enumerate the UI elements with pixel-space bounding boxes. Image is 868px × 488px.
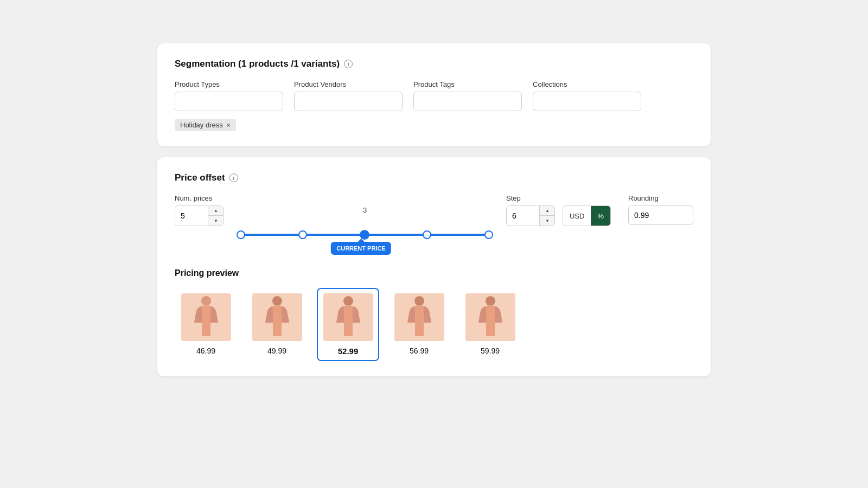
segmentation-info-icon[interactable]: i (344, 60, 353, 68)
price-offset-card: Price offset i Num. prices ▲ ▼ 3 (157, 157, 711, 376)
slider-track: CURRENT PRICE (241, 234, 489, 236)
collections-input[interactable] (533, 92, 641, 111)
segmentation-title-text: Segmentation (1 products /1 variants) (175, 59, 340, 69)
segmentation-card: Segmentation (1 products /1 variants) i … (157, 43, 711, 146)
price-offset-info-icon[interactable]: i (229, 174, 238, 182)
product-card-0[interactable]: 46.99 (175, 288, 237, 361)
product-image-1 (252, 293, 302, 341)
dress-svg-0 (190, 296, 222, 339)
price-offset-title: Price offset i (175, 172, 693, 183)
product-vendors-group: Product Vendors (294, 80, 403, 111)
product-image-0 (181, 293, 231, 341)
product-types-label: Product Types (175, 80, 283, 88)
slider-dot-2[interactable]: CURRENT PRICE (360, 230, 369, 240)
product-cards-row: 46.99 49.99 (175, 288, 693, 361)
slider-dot-0[interactable] (237, 230, 245, 239)
num-prices-decrement[interactable]: ▼ (208, 216, 224, 226)
rounding-input[interactable] (628, 206, 693, 225)
num-prices-label: Num. prices (175, 194, 224, 202)
step-input[interactable] (507, 206, 539, 226)
currency-toggle: USD % (563, 206, 611, 226)
num-prices-increment[interactable]: ▲ (208, 206, 224, 216)
slider-active-label: 3 (241, 206, 489, 214)
dress-svg-3 (403, 296, 436, 339)
product-tags-input[interactable] (413, 92, 522, 111)
product-types-input[interactable] (175, 92, 283, 111)
step-decrement[interactable]: ▼ (540, 216, 555, 226)
dress-svg-1 (261, 296, 293, 339)
segmentation-fields: Product Types Product Vendors Product Ta… (175, 80, 693, 111)
page-container: Segmentation (1 products /1 variants) i … (157, 43, 711, 376)
product-price-0: 46.99 (196, 346, 215, 355)
slider-dot-3[interactable] (423, 230, 431, 239)
product-vendors-input[interactable] (294, 92, 403, 111)
step-spinner-buttons: ▲ ▼ (539, 206, 555, 226)
price-offset-title-text: Price offset (175, 172, 225, 183)
step-label: Step (506, 194, 611, 202)
num-prices-input[interactable] (175, 206, 208, 226)
slider-dot-1[interactable] (298, 230, 307, 239)
product-image-3 (394, 293, 444, 341)
num-prices-spinner: ▲ ▼ (175, 206, 224, 226)
percent-button[interactable]: % (591, 206, 610, 226)
step-group: Step ▲ ▼ USD % (506, 194, 611, 226)
usd-button[interactable]: USD (563, 206, 591, 226)
step-spinner: ▲ ▼ (506, 206, 555, 226)
product-price-3: 56.99 (410, 346, 429, 355)
product-image-4 (465, 293, 515, 341)
tag-label: Holiday dress (180, 121, 223, 129)
slider-section: 3 CURRENT PRICE (241, 194, 489, 251)
slider-dot-4[interactable] (484, 230, 493, 239)
price-offset-grid: Num. prices ▲ ▼ 3 (175, 194, 693, 251)
product-card-1[interactable]: 49.99 (246, 288, 308, 361)
rounding-group: Rounding (628, 194, 693, 225)
tag-remove-button[interactable]: × (226, 121, 231, 129)
spinner-buttons: ▲ ▼ (208, 206, 224, 226)
product-card-4[interactable]: 59.99 (459, 288, 521, 361)
product-vendors-label: Product Vendors (294, 80, 403, 88)
collections-group: Collections (533, 80, 641, 111)
product-price-1: 49.99 (267, 346, 286, 355)
svg-point-2 (272, 296, 282, 306)
product-price-4: 59.99 (481, 346, 500, 355)
pricing-preview-title: Pricing preview (175, 268, 693, 278)
segmentation-title: Segmentation (1 products /1 variants) i (175, 59, 693, 69)
rounding-label: Rounding (628, 194, 693, 202)
product-price-2: 52.99 (338, 346, 359, 356)
product-tags-group: Product Tags (413, 80, 522, 111)
current-price-tooltip: CURRENT PRICE (331, 242, 391, 255)
dress-svg-4 (474, 296, 507, 339)
num-prices-group: Num. prices ▲ ▼ (175, 194, 224, 226)
svg-point-3 (343, 296, 353, 306)
holiday-dress-tag: Holiday dress × (175, 119, 236, 131)
tags-row: Holiday dress × (175, 119, 693, 131)
product-card-2[interactable]: 52.99 (317, 288, 379, 361)
pricing-preview-section: Pricing preview 46.99 (175, 268, 693, 361)
svg-point-4 (414, 296, 424, 306)
product-image-2 (323, 293, 373, 341)
step-increment[interactable]: ▲ (540, 206, 555, 216)
collections-label: Collections (533, 80, 641, 88)
product-tags-label: Product Tags (413, 80, 522, 88)
svg-point-5 (486, 296, 495, 306)
dress-svg-2 (332, 296, 365, 339)
product-types-group: Product Types (175, 80, 283, 111)
svg-point-1 (201, 296, 211, 306)
slider-track-container[interactable]: CURRENT PRICE (241, 219, 489, 251)
product-card-3[interactable]: 56.99 (388, 288, 450, 361)
